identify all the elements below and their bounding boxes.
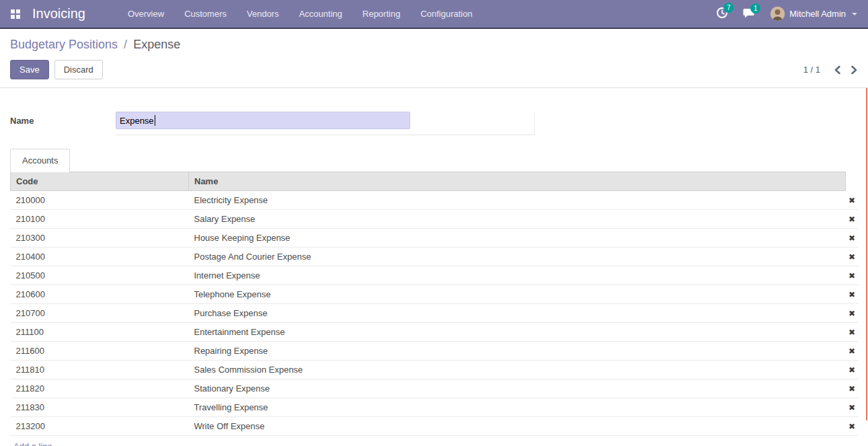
cell-name[interactable]: Postage And Courier Expense [189,248,846,266]
apps-grid-icon [11,9,20,19]
message-count-badge: 1 [750,3,760,13]
delete-row-icon[interactable]: ✖ [849,252,855,262]
delete-row-icon[interactable]: ✖ [849,271,855,281]
cell-code[interactable]: 211810 [11,361,189,379]
delete-row-icon[interactable]: ✖ [849,384,855,394]
table-row: 210600 Telephone Expense ✖ [11,285,859,304]
name-field-row: Name Expense [10,112,868,135]
name-input[interactable]: Expense [116,112,410,129]
messages-button[interactable]: 1 [743,7,756,21]
top-navbar: Invoicing Overview Customers Vendors Acc… [0,0,868,29]
chevron-down-icon [852,13,857,15]
cell-name[interactable]: House Keeping Expense [189,229,846,248]
cell-delete: ✖ [845,342,859,361]
table-row: 210300 House Keeping Expense ✖ [11,229,859,248]
cell-code[interactable]: 210000 [11,191,189,210]
cell-code[interactable]: 210700 [11,304,189,323]
text-cursor [155,115,155,126]
top-menu: Overview Customers Vendors Accounting Re… [121,0,486,28]
delete-row-icon[interactable]: ✖ [849,215,855,224]
activity-count-badge: 7 [723,3,734,13]
column-header-code[interactable]: Code [11,172,189,191]
scroll-indicator[interactable] [866,88,867,420]
cell-delete: ✖ [845,323,859,342]
user-name: Mitchell Admin [789,9,846,19]
cell-code[interactable]: 210400 [11,248,189,266]
cell-code[interactable]: 211600 [11,342,189,361]
delete-row-icon[interactable]: ✖ [849,328,855,337]
breadcrumb-parent-link[interactable]: Budgetary Positions [10,38,118,51]
table-row: 211600 Repairing Expense ✖ [11,342,859,361]
cell-name[interactable]: Internet Expense [189,266,846,285]
delete-row-icon[interactable]: ✖ [849,233,855,243]
table-row: 210700 Purchase Expense ✖ [11,304,859,323]
name-field-label: Name [10,112,116,135]
menu-item-customers[interactable]: Customers [177,0,233,28]
pager-next-button[interactable] [851,65,858,75]
breadcrumb-separator: / [121,38,130,51]
cell-code[interactable]: 213200 [11,417,189,436]
cell-delete: ✖ [845,248,859,266]
column-header-delete [845,172,859,191]
cell-code[interactable]: 211830 [11,398,189,417]
cell-name[interactable]: Salary Expense [189,210,846,229]
delete-row-icon[interactable]: ✖ [849,196,855,205]
cell-delete: ✖ [845,398,859,417]
cell-code[interactable]: 211100 [11,323,189,342]
delete-row-icon[interactable]: ✖ [849,346,855,356]
table-row: 213200 Write Off Expense ✖ [11,417,859,436]
cell-name[interactable]: Telephone Expense [189,285,846,304]
cell-delete: ✖ [845,417,859,436]
delete-row-icon[interactable]: ✖ [849,290,855,299]
control-panel: Budgetary Positions / Expense Save Disca… [0,29,868,88]
menu-item-reporting[interactable]: Reporting [356,0,407,28]
cell-code[interactable]: 210100 [11,210,189,229]
table-row: 211100 Entertainment Expense ✖ [11,323,859,342]
delete-row-icon[interactable]: ✖ [849,365,855,375]
cell-name[interactable]: Sales Commission Expense [189,361,846,379]
menu-item-vendors[interactable]: Vendors [240,0,286,28]
activities-button[interactable]: 7 [716,7,728,21]
user-menu[interactable]: Mitchell Admin [771,7,857,21]
cell-code[interactable]: 210600 [11,285,189,304]
tab-accounts[interactable]: Accounts [10,149,70,172]
table-row: 211820 Stationary Expense ✖ [11,379,859,398]
cell-code[interactable]: 210500 [11,266,189,285]
notebook: Accounts Code Name 210000 Electricity Ex… [0,148,868,446]
table-row: 210000 Electricity Expense ✖ [11,191,859,210]
breadcrumb: Budgetary Positions / Expense [10,38,858,52]
cell-code[interactable]: 211820 [11,379,189,398]
delete-row-icon[interactable]: ✖ [849,422,855,431]
cell-code[interactable]: 210300 [11,229,189,248]
cell-name[interactable]: Write Off Expense [189,417,846,436]
app-title: Invoicing [32,6,85,22]
user-avatar [771,7,785,21]
cell-name[interactable]: Repairing Expense [189,342,846,361]
cell-name[interactable]: Stationary Expense [189,379,846,398]
cell-name[interactable]: Entertainment Expense [189,323,846,342]
name-field-cell: Expense [116,112,535,135]
save-button[interactable]: Save [10,60,49,79]
accounts-table-body: 210000 Electricity Expense ✖ 210100 Sala… [11,191,859,436]
menu-item-accounting[interactable]: Accounting [292,0,349,28]
cell-delete: ✖ [845,361,859,379]
cell-delete: ✖ [845,285,859,304]
discard-button[interactable]: Discard [54,60,103,79]
column-header-name[interactable]: Name [189,172,846,191]
menu-item-overview[interactable]: Overview [121,0,171,28]
delete-row-icon[interactable]: ✖ [849,309,855,318]
table-row: 210100 Salary Expense ✖ [11,210,859,229]
cell-name[interactable]: Electricity Expense [189,191,846,210]
delete-row-icon[interactable]: ✖ [849,403,855,412]
cell-name[interactable]: Purchase Expense [189,304,846,323]
name-input-value: Expense [120,116,154,126]
pager-previous-button[interactable] [834,65,841,75]
menu-item-configuration[interactable]: Configuration [413,0,479,28]
cell-delete: ✖ [845,229,859,248]
cell-name[interactable]: Travelling Expense [189,398,846,417]
add-a-line-link[interactable]: Add a line [13,441,52,446]
table-row: 211830 Travelling Expense ✖ [11,398,859,417]
cell-delete: ✖ [845,191,859,210]
apps-menu-button[interactable] [0,0,31,28]
table-row: 210400 Postage And Courier Expense ✖ [11,248,859,266]
